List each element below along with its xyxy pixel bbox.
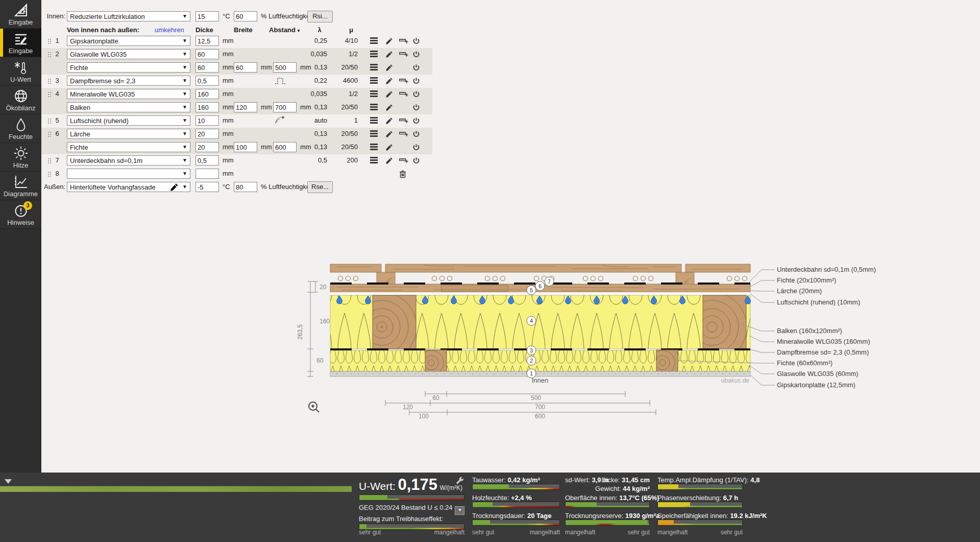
material-select[interactable]: Glaswolle WLG035▼ <box>67 49 190 59</box>
insert-layer-icon[interactable]: + <box>399 37 408 45</box>
sidebar-item-u-wert[interactable]: U-Wert <box>0 57 41 86</box>
thickness-input[interactable] <box>195 129 219 139</box>
insert-layer-icon[interactable]: + <box>399 117 408 125</box>
insert-layer-icon[interactable]: + <box>399 77 408 85</box>
rse-button[interactable]: Rse... <box>307 181 333 193</box>
wood-rings-add-icon[interactable] <box>275 116 285 126</box>
thickness-input[interactable] <box>195 102 219 112</box>
innen-temp-input[interactable] <box>195 11 219 21</box>
menu-icon[interactable] <box>370 104 379 112</box>
menu-icon[interactable] <box>370 117 379 125</box>
width-input[interactable] <box>234 62 257 73</box>
trash-icon[interactable] <box>399 170 408 178</box>
toggle-layer-icon[interactable] <box>412 117 422 125</box>
material-select[interactable]: Mineralwolle WLG035▼ <box>67 89 190 99</box>
drag-handle[interactable] <box>47 91 51 98</box>
toggle-layer-icon[interactable] <box>412 104 422 112</box>
invert-link[interactable]: umkehren <box>155 26 184 34</box>
sidebar-item-diagramme[interactable]: Diagramme <box>0 172 41 200</box>
toggle-layer-icon[interactable] <box>412 90 422 99</box>
toggle-layer-icon[interactable] <box>412 144 422 152</box>
thickness-input[interactable] <box>195 62 219 73</box>
aussen-climate-select[interactable]: Hinterlüftete Vorhangfassade ▼ <box>67 182 190 192</box>
menu-icon[interactable] <box>370 144 379 152</box>
thickness-input[interactable] <box>195 142 219 152</box>
edit-icon[interactable] <box>385 130 395 138</box>
col-header-abstand[interactable]: Abstand ▾ <box>269 26 300 34</box>
rsi-button[interactable]: Rsi... <box>307 11 333 22</box>
material-select[interactable]: Lärche▼ <box>67 129 190 139</box>
insert-layer-icon[interactable]: + <box>399 130 408 138</box>
insert-layer-icon[interactable]: + <box>399 157 408 165</box>
sidebar-item-oekobilanz[interactable]: Ökobilanz <box>0 86 41 114</box>
material-select[interactable]: Dampfbremse sd= 2,3▼ <box>67 76 190 86</box>
drag-handle[interactable] <box>47 131 51 137</box>
edit-icon[interactable] <box>385 51 395 59</box>
menu-icon[interactable] <box>370 64 379 72</box>
edit-icon[interactable] <box>385 90 395 99</box>
width-input[interactable] <box>234 142 257 152</box>
edit-pencil-icon[interactable] <box>170 183 179 193</box>
holzfeuch-label: Holzfeuchte: <box>472 494 509 502</box>
toggle-layer-icon[interactable] <box>412 37 422 45</box>
insert-layer-icon[interactable]: + <box>399 51 408 59</box>
material-select[interactable]: ▼ <box>67 169 190 179</box>
panel-collapse-toggle[interactable] <box>5 479 12 484</box>
menu-icon[interactable] <box>370 37 379 45</box>
chevron-down-icon: ▼ <box>182 171 187 176</box>
thickness-input[interactable] <box>195 89 219 99</box>
menu-icon[interactable] <box>370 157 379 165</box>
geg-dropdown-button[interactable]: ▼ <box>455 506 464 515</box>
innen-climate-select[interactable]: Reduzierte Luftzirkulation▼ <box>67 11 190 21</box>
sidebar-item-hinweise[interactable]: 3 Hinweise <box>0 200 41 229</box>
width-input[interactable] <box>234 102 257 112</box>
thickness-input[interactable] <box>195 169 219 179</box>
material-select[interactable]: Gipskartonplatte▼ <box>67 36 190 46</box>
edit-icon[interactable] <box>385 37 395 45</box>
material-select[interactable]: Fichte▼ <box>67 62 190 73</box>
drag-handle[interactable] <box>47 171 51 177</box>
menu-icon[interactable] <box>370 90 379 99</box>
drag-handle[interactable] <box>47 52 51 58</box>
layer-row-8: 8 ▼ mm <box>41 168 445 181</box>
membrane-profile-icon[interactable] <box>275 76 286 86</box>
zoom-icon[interactable] <box>309 402 319 412</box>
menu-icon[interactable] <box>370 51 379 59</box>
edit-icon[interactable] <box>385 77 395 85</box>
toggle-layer-icon[interactable] <box>412 51 422 59</box>
edit-icon[interactable] <box>385 104 395 112</box>
wrench-icon[interactable] <box>456 477 464 487</box>
drag-handle[interactable] <box>47 38 51 44</box>
layer-subrow-6: Fichte▼ mm mm mm 0,13 20/50 <box>41 141 445 154</box>
menu-icon[interactable] <box>370 77 379 85</box>
drag-handle[interactable] <box>47 118 51 124</box>
thickness-input[interactable] <box>195 76 219 86</box>
toggle-layer-icon[interactable] <box>412 64 422 72</box>
drag-handle[interactable] <box>47 78 51 84</box>
aussen-humidity-input[interactable] <box>234 182 257 192</box>
edit-icon[interactable] <box>385 64 395 72</box>
drag-handle[interactable] <box>47 158 51 164</box>
material-select[interactable]: Unterdeckbahn sd=0,1m▼ <box>67 155 190 166</box>
aussen-temp-input[interactable] <box>195 182 219 192</box>
thickness-input[interactable] <box>195 155 219 166</box>
sidebar-item-hitze[interactable]: Hitze <box>0 143 41 172</box>
edit-icon[interactable] <box>385 117 395 125</box>
material-select[interactable]: Fichte▼ <box>67 142 190 152</box>
thickness-input[interactable] <box>195 49 219 59</box>
material-select[interactable]: Luftschicht (ruhend)▼ <box>67 115 190 126</box>
toggle-layer-icon[interactable] <box>412 77 422 85</box>
edit-icon[interactable] <box>385 157 395 165</box>
innen-humidity-input[interactable] <box>234 11 257 21</box>
toggle-layer-icon[interactable] <box>412 130 422 138</box>
sidebar-item-eingabe-geometry[interactable]: Eingabe <box>0 0 41 29</box>
sidebar-item-feuchte[interactable]: Feuchte <box>0 114 41 143</box>
thickness-input[interactable] <box>195 36 219 46</box>
menu-icon[interactable] <box>370 130 379 138</box>
edit-icon[interactable] <box>385 144 395 152</box>
sidebar-item-eingabe-layers[interactable]: Eingabe <box>0 29 41 57</box>
insert-layer-icon[interactable]: + <box>399 90 408 99</box>
thickness-input[interactable] <box>195 115 219 126</box>
material-select[interactable]: Balken▼ <box>67 102 190 112</box>
toggle-layer-icon[interactable] <box>412 157 422 165</box>
